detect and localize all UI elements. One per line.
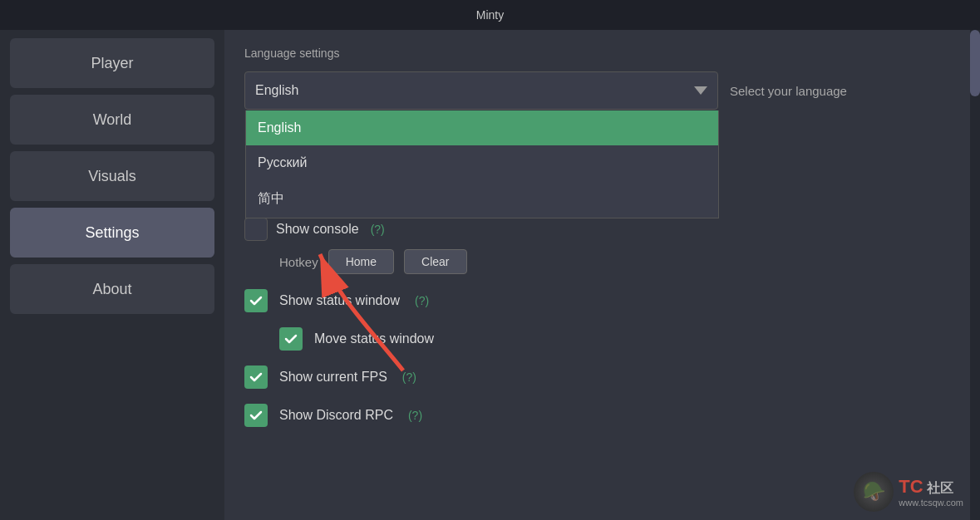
- show-fps-checkbox[interactable]: [244, 365, 268, 389]
- show-status-window-row: Show status window (?): [244, 289, 960, 312]
- watermark-brand: TC 社区 www.tcsqw.com: [899, 476, 963, 508]
- hotkey-label: Hotkey: [279, 255, 318, 269]
- check-icon-svg: [249, 293, 263, 308]
- sidebar-label-settings: Settings: [85, 224, 139, 242]
- language-dropdown[interactable]: English English Русский 简中: [244, 71, 718, 110]
- show-discord-rpc-hint: (?): [408, 409, 422, 422]
- hotkey-clear-button[interactable]: Clear: [404, 249, 466, 274]
- show-fps-row: Show current FPS (?): [244, 365, 960, 389]
- show-status-window-label: Show status window: [279, 293, 400, 308]
- app-title: Minty: [476, 8, 504, 22]
- watermark-icon: 🪖: [854, 472, 894, 512]
- console-checkbox[interactable]: [244, 218, 268, 241]
- main-layout: Player World Visuals Settings About Lang…: [0, 30, 980, 520]
- sidebar-label-player: Player: [91, 55, 133, 72]
- show-status-window-hint: (?): [415, 294, 429, 307]
- discord-check-icon-svg: [249, 408, 263, 423]
- hotkey-row: Hotkey Home Clear: [279, 249, 960, 274]
- watermark-url: www.tcsqw.com: [899, 498, 963, 508]
- watermark-tc-text: TC: [899, 476, 923, 497]
- language-row: English English Русский 简中 Select your l…: [244, 71, 960, 110]
- dropdown-list: English Русский 简中: [245, 110, 719, 218]
- sidebar-label-visuals: Visuals: [88, 168, 136, 185]
- dropdown-option-english[interactable]: English: [246, 110, 718, 145]
- dropdown-option-chinese[interactable]: 简中: [246, 180, 718, 218]
- show-console-hint: (?): [371, 223, 385, 236]
- show-console-row: Show console (?): [244, 218, 960, 241]
- scrollbar-thumb[interactable]: [970, 30, 980, 96]
- show-fps-label: Show current FPS: [279, 370, 387, 385]
- move-status-window-row: Move status window: [279, 327, 960, 351]
- sidebar-item-settings[interactable]: Settings: [10, 208, 214, 258]
- hotkey-home-button[interactable]: Home: [328, 249, 394, 274]
- dropdown-selected-label: English: [255, 83, 298, 98]
- show-status-window-checkbox[interactable]: [244, 289, 268, 312]
- show-discord-rpc-label: Show Discord RPC: [279, 408, 393, 423]
- section-heading: Language settings: [244, 47, 960, 60]
- move-status-window-checkbox[interactable]: [279, 327, 303, 351]
- content-area: Language settings English English Русски…: [224, 30, 980, 520]
- dropdown-arrow-icon: [694, 86, 707, 95]
- sidebar-item-about[interactable]: About: [10, 264, 214, 314]
- move-status-window-label: Move status window: [314, 331, 434, 346]
- sidebar-item-world[interactable]: World: [10, 95, 214, 145]
- sidebar-item-visuals[interactable]: Visuals: [10, 151, 214, 201]
- language-hint: Select your language: [730, 84, 847, 98]
- show-discord-rpc-checkbox[interactable]: [244, 404, 268, 427]
- sidebar-label-world: World: [93, 111, 132, 129]
- show-discord-rpc-row: Show Discord RPC (?): [244, 404, 960, 427]
- watermark-community: 社区: [927, 481, 953, 495]
- dropdown-option-russian[interactable]: Русский: [246, 145, 718, 180]
- sidebar: Player World Visuals Settings About: [0, 30, 224, 520]
- watermark: 🪖 TC 社区 www.tcsqw.com: [854, 472, 963, 512]
- move-check-icon-svg: [283, 331, 298, 346]
- sidebar-label-about: About: [92, 281, 131, 298]
- scrollbar-track: [970, 30, 980, 520]
- fps-check-icon-svg: [249, 370, 263, 385]
- show-console-label: Show console: [276, 222, 359, 237]
- sidebar-item-player[interactable]: Player: [10, 38, 214, 88]
- show-fps-hint: (?): [402, 370, 416, 384]
- title-bar: Minty: [0, 0, 980, 30]
